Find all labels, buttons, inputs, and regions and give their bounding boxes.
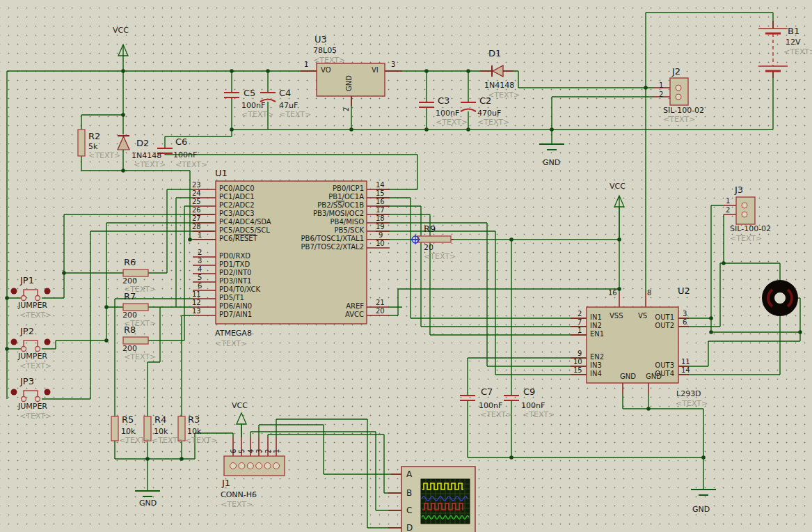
component-d1-diode[interactable] (492, 65, 503, 77)
r4-text: <TEXT> (152, 437, 184, 444)
vcc-label-j1: VCC (232, 402, 248, 409)
u1-pin-26: 26 (192, 207, 201, 214)
j2-pin-2: 2 (659, 91, 663, 98)
j1-pin-1: 1 (273, 449, 280, 453)
b1-ref: B1 (788, 26, 799, 36)
j1-pin-6: 6 (230, 449, 237, 453)
component-r5-resistor[interactable] (111, 416, 118, 441)
u1-pinname-pc6: PC6/RESET (219, 235, 257, 242)
u1-pin-16: 16 (376, 198, 385, 205)
component-j2-connector[interactable] (670, 78, 688, 105)
scope-channel-a: A (406, 470, 412, 478)
u1-pin-18: 18 (376, 215, 385, 222)
u1-pin-23: 23 (192, 182, 201, 189)
j1-pin-3: 3 (256, 449, 263, 453)
u1-pinname-pb3: PB3/MOSI/OC2 (282, 210, 364, 217)
b1-value: 12V (786, 38, 801, 46)
u1-pinname-pb6: PB6/TOSC1/XTAL1 (282, 235, 364, 242)
component-jp1-jumper[interactable] (11, 288, 51, 301)
r2-value: 5k (88, 143, 97, 150)
j3-pin-1: 1 (726, 198, 730, 205)
c2-value: 470uF (477, 109, 501, 117)
u1-pin-6: 6 (198, 283, 202, 290)
u2-pin-16: 16 (608, 290, 617, 297)
component-r2-resistor[interactable] (78, 130, 85, 156)
u2-value: L293D (676, 390, 701, 398)
u2-pin-3: 3 (683, 311, 687, 318)
component-d2-diode[interactable] (118, 136, 129, 150)
u1-pinname-pc2: PC2/ADC2 (219, 202, 255, 209)
component-j1-connector[interactable] (224, 456, 285, 476)
jp2-ref: JP2 (20, 327, 34, 336)
u1-pin-2: 2 (198, 249, 202, 256)
c6-text: <TEXT> (175, 161, 207, 169)
u1-pinname-pd4: PD4/T0/XCK (219, 286, 260, 293)
jp2-value: JUMPER (18, 352, 47, 360)
u3-value: 78L05 (313, 47, 337, 54)
u1-pin-21: 21 (376, 299, 385, 306)
j1-text: <TEXT> (221, 501, 253, 508)
c5-value: 100nF (241, 102, 265, 109)
c7-value: 100nF (479, 402, 502, 409)
component-oscilloscope[interactable] (401, 467, 475, 532)
r3-value: 10k (187, 428, 201, 435)
c2-text: <TEXT> (477, 118, 509, 126)
j3-ref: J3 (735, 185, 743, 194)
u1-pin-3: 3 (198, 258, 202, 265)
u2-pin-11: 11 (681, 359, 690, 366)
r4-value: 10k (154, 428, 168, 435)
r6-ref: R6 (124, 258, 136, 267)
c4-ref: C4 (279, 88, 291, 97)
r3-text: <TEXT> (185, 437, 217, 444)
u1-pinname-pb0: PB0/ICP1 (282, 185, 364, 192)
c5-text: <TEXT> (241, 111, 273, 118)
u2-pinname-en2: EN2 (590, 354, 604, 361)
component-r9-resistor[interactable] (417, 236, 451, 242)
jp2-text: <TEXT> (19, 362, 51, 370)
j1-pin-2: 2 (265, 449, 272, 453)
u2-pin-9: 9 (578, 350, 582, 357)
u3-pinname-gnd: GND (346, 75, 353, 91)
u1-pinname-pb7: PB7/TOSC2/XTAL2 (282, 244, 364, 251)
component-jp2-jumper[interactable] (11, 339, 51, 352)
component-j3-connector[interactable] (736, 197, 755, 224)
u1-pinname-pd3: PD3/INT1 (219, 278, 251, 285)
u2-pin-6: 6 (683, 319, 687, 326)
component-r7-resistor[interactable] (123, 304, 148, 311)
component-r8-resistor[interactable] (123, 337, 148, 344)
schematic-canvas[interactable]: VCCU378L05<TEXT>1VOVIGND23C5100nF<TEXT>C… (0, 0, 812, 532)
r5-ref: R5 (122, 415, 134, 424)
u1-pinname-pd7: PD7/AIN1 (219, 311, 252, 318)
c5-ref: C5 (244, 88, 255, 97)
scope-channel-b: B (406, 489, 412, 497)
u1-pin-10: 10 (376, 240, 385, 247)
c9-ref: C9 (523, 387, 535, 396)
j1-pin-5: 5 (239, 449, 246, 453)
u1-text: <TEXT> (215, 340, 247, 347)
r9-value: 20 (424, 244, 433, 251)
component-r6-resistor[interactable] (123, 269, 148, 276)
d1-value: 1N4148 (484, 81, 514, 89)
u1-pin-12: 12 (192, 299, 201, 306)
component-jp3-jumper[interactable] (11, 389, 51, 402)
vcc-label-mid: VCC (610, 182, 626, 190)
u1-pinname-aref: AREF (282, 303, 364, 310)
u2-pinname-out3: OUT3 (640, 362, 674, 369)
u2-pinname-gnd1: GND (620, 373, 636, 380)
u1-pin-20: 20 (376, 308, 385, 315)
component-motor[interactable] (762, 280, 798, 316)
u2-ref: U2 (678, 286, 690, 295)
u1-pin-1: 1 (198, 232, 202, 239)
vcc-label-top: VCC (113, 26, 129, 34)
d2-value: 1N4148 (132, 152, 161, 159)
u2-pin-8: 8 (647, 290, 651, 297)
scope-channel-d: D (406, 524, 413, 532)
u1-pinname-pb1: PB1/OC1A (282, 194, 364, 201)
u2-pin-2: 2 (578, 311, 582, 318)
u1-pin-4: 4 (198, 266, 202, 273)
r7-value: 200 (122, 311, 137, 319)
jp1-ref: JP1 (20, 276, 34, 285)
c6-ref: C6 (175, 137, 187, 146)
j2-text: <TEXT> (663, 116, 695, 123)
j2-pin-1: 1 (659, 82, 663, 89)
